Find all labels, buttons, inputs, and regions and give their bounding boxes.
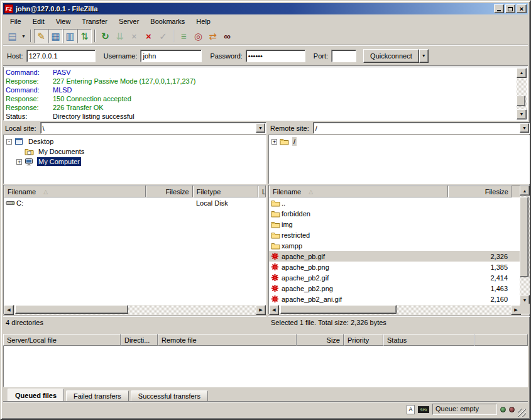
message-log: Command:PASVResponse:227 Entering Passiv…	[3, 67, 528, 121]
find-files-icon[interactable]: ∞	[220, 29, 234, 43]
sort-ascending-icon: △	[43, 189, 48, 195]
file-row-apache-pb2-png[interactable]: apache_pb2.png1,463	[269, 283, 521, 294]
menu-server[interactable]: Server	[113, 16, 145, 26]
site-manager-dropdown-icon[interactable]: ▼	[19, 29, 28, 43]
file-row-c[interactable]: C:Local Disk	[4, 197, 266, 208]
local-horizontal-scrollbar[interactable]: ◀ ▶	[4, 305, 266, 315]
queue-header: Server/Local fileDirecti...Remote fileSi…	[3, 334, 528, 346]
resize-grip[interactable]	[518, 409, 526, 417]
tree-expander-icon[interactable]: -	[6, 139, 12, 145]
file-cell: forbidden	[269, 210, 448, 218]
password-input[interactable]	[246, 50, 305, 62]
file-row-apache-pb2-gif[interactable]: apache_pb2.gif2,414	[269, 272, 521, 283]
scrollbar-thumb[interactable]	[517, 96, 525, 106]
scroll-up-icon[interactable]: ▲	[520, 185, 530, 196]
close-button[interactable]: ×	[517, 4, 527, 13]
menu-view[interactable]: View	[50, 16, 77, 26]
column-header-filename[interactable]: Filename△	[4, 185, 146, 197]
file-row-item[interactable]: ..	[269, 197, 521, 208]
cancel-transfer-icon[interactable]: ×	[127, 29, 141, 43]
scrollbar-thumb[interactable]	[520, 197, 528, 277]
tree-item-label: My Documents	[37, 147, 85, 156]
scroll-left-icon[interactable]: ◀	[269, 305, 279, 315]
host-input[interactable]	[26, 50, 96, 62]
file-row-apache-pb2-ani-gif[interactable]: apache_pb2_ani.gif2,160	[269, 294, 521, 304]
queue-view-toggle-icon[interactable]: ⇅	[77, 29, 92, 43]
port-input[interactable]	[331, 50, 356, 62]
chevron-down-icon[interactable]: ▼	[256, 123, 265, 133]
maximize-button[interactable]	[505, 4, 515, 13]
remote-tree-toggle-icon[interactable]: ▥	[63, 29, 77, 43]
menu-bookmarks[interactable]: Bookmarks	[145, 16, 190, 26]
data-type-icon[interactable]: A	[407, 405, 415, 414]
remote-vertical-scrollbar[interactable]: ▲ ▼	[520, 185, 530, 305]
queue-column-header-status[interactable]: Status	[383, 334, 474, 346]
file-row-img[interactable]: img	[269, 219, 521, 229]
tree-item-my-computer[interactable]: +My Computer	[4, 157, 266, 167]
process-queue-icon[interactable]: ⇊	[112, 29, 127, 43]
synchronized-browsing-icon[interactable]: ⇄	[205, 29, 220, 43]
tree-expander-icon[interactable]: +	[16, 159, 22, 165]
activity-led-green-icon	[500, 407, 506, 412]
tab-successful-transfers[interactable]: Successful transfers	[131, 390, 208, 402]
queue-column-header-priority[interactable]: Priority	[344, 334, 383, 346]
column-header-filesize[interactable]: Filesize	[448, 185, 512, 197]
reconnect-icon[interactable]: ✓	[156, 29, 170, 43]
username-input[interactable]	[140, 50, 202, 62]
queue-column-header-remote-file[interactable]: Remote file	[158, 334, 297, 346]
file-row-restricted[interactable]: restricted	[269, 229, 521, 240]
menu-edit[interactable]: Edit	[27, 16, 50, 26]
scrollbar-thumb[interactable]	[280, 305, 397, 314]
menu-transfer[interactable]: Transfer	[76, 16, 113, 26]
title-bar[interactable]: Fz john@127.0.0.1 - FileZilla ×	[3, 3, 528, 14]
log-scrollbar[interactable]: ▲ ▼	[517, 68, 527, 119]
scroll-up-icon[interactable]: ▲	[517, 68, 527, 78]
local-tree-toggle-icon[interactable]: ▦	[48, 29, 63, 43]
directory-comparison-icon[interactable]: ◎	[191, 29, 205, 43]
file-cell: ..	[269, 199, 448, 207]
tree-item-my-documents[interactable]: My Documents	[4, 146, 266, 157]
message-log-toggle-icon[interactable]: ✎	[34, 29, 48, 43]
local-file-list: Filename△FilesizeFiletypeL C:Local Disk …	[3, 185, 266, 314]
scrollbar-thumb[interactable]	[15, 305, 128, 314]
column-header-filename[interactable]: Filename△	[269, 185, 448, 197]
disconnect-icon[interactable]: ×	[141, 29, 156, 43]
file-name: apache_pb2.png	[282, 285, 333, 292]
queue-column-header-size[interactable]: Size	[297, 334, 344, 346]
menu-help[interactable]: Help	[190, 16, 216, 26]
scroll-right-icon[interactable]: ▶	[256, 305, 266, 315]
chevron-down-icon[interactable]: ▼	[520, 123, 529, 133]
quickconnect-button[interactable]: Quickconnect	[363, 49, 419, 63]
toolbar-separator	[30, 30, 31, 42]
tree-expander-icon[interactable]: +	[271, 139, 277, 145]
file-row-xampp[interactable]: xampp	[269, 240, 521, 251]
maximize-icon	[508, 7, 513, 11]
speed-limit-icon[interactable]: SPD	[418, 406, 429, 413]
scroll-left-icon[interactable]: ◀	[4, 305, 14, 315]
log-line-label: Response:	[6, 103, 53, 112]
queue-column-header-server-local-file[interactable]: Server/Local file	[3, 334, 121, 346]
column-header-filetype[interactable]: Filetype	[193, 185, 258, 197]
tab-queued-files[interactable]: Queued files	[8, 389, 64, 402]
site-manager-icon[interactable]: ▤	[5, 29, 19, 43]
remote-horizontal-scrollbar[interactable]: ◀ ▶	[269, 305, 521, 315]
tab-failed-transfers[interactable]: Failed transfers	[66, 390, 129, 402]
directory-filter-icon[interactable]: ≡	[177, 29, 191, 43]
minimize-button[interactable]	[494, 4, 504, 13]
file-row-apache-pb-png[interactable]: apache_pb.png1,385	[269, 262, 521, 272]
file-row-apache-pb-gif[interactable]: apache_pb.gif2,326	[269, 251, 521, 262]
scroll-down-icon[interactable]: ▼	[517, 109, 527, 119]
column-header-l[interactable]: L	[258, 185, 266, 197]
quickconnect-dropdown-icon[interactable]: ▼	[419, 49, 429, 63]
queue-body[interactable]	[3, 346, 528, 387]
refresh-icon[interactable]: ↻	[98, 29, 112, 43]
queue-column-header-directi[interactable]: Directi...	[121, 334, 158, 346]
tree-item-item[interactable]: +/	[269, 136, 530, 146]
column-header-filesize[interactable]: Filesize	[146, 185, 192, 197]
tree-item-desktop[interactable]: -Desktop	[4, 136, 266, 146]
log-line: Command:MLSD	[6, 86, 516, 94]
menu-file[interactable]: File	[4, 16, 27, 26]
remote-site-combo[interactable]: / ▼	[313, 122, 530, 134]
local-site-combo[interactable]: \ ▼	[40, 122, 266, 134]
file-row-forbidden[interactable]: forbidden	[269, 208, 521, 219]
